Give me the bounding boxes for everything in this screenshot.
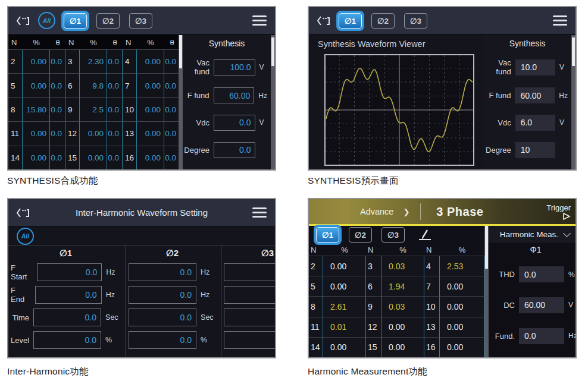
value-box[interactable]: 0.0 <box>129 263 196 281</box>
harmonic-value-cell[interactable]: 0.0 <box>50 49 65 73</box>
back-icon[interactable] <box>317 15 330 26</box>
trigger-play-icon <box>562 212 571 221</box>
harmonic-value-cell[interactable]: 0.0 <box>164 97 180 121</box>
interharmonic-row: Level0.0% <box>11 329 121 351</box>
value-box[interactable]: 0.0 <box>224 263 276 281</box>
field-value-box[interactable]: 0.0 <box>214 115 255 131</box>
harmonic-value-cell[interactable]: 0.0 <box>164 146 180 169</box>
harmonic-value-cell[interactable]: 0.00 <box>137 146 164 169</box>
phase-tab-1[interactable]: ∅1 <box>339 13 362 29</box>
harmonic-table-header: N%θN%θN%θ <box>8 35 179 49</box>
menu-icon[interactable] <box>252 207 267 218</box>
harmonic-value-cell[interactable]: 0.0 <box>50 121 65 145</box>
field-value-box[interactable]: 100.0 <box>214 59 255 75</box>
synthesis-header-bar: All ∅1∅2∅3 <box>8 7 275 35</box>
harmonic-value-cell[interactable]: 0.0 <box>107 73 123 97</box>
value-box[interactable]: 0.0 <box>33 331 101 349</box>
side-panel-title: Synthesis <box>183 39 271 52</box>
harmonic-value-cell: 0.01 <box>323 317 366 337</box>
harmonic-value-cell[interactable]: 0.0 <box>107 121 123 145</box>
phase-tab-2[interactable]: ∅2 <box>371 13 395 29</box>
field-unit: V <box>568 301 577 309</box>
harmonic-value-cell[interactable]: 0.00 <box>23 49 50 73</box>
field-value-box[interactable]: 60.00 <box>515 87 555 103</box>
caption-synthesis: SYNTHESIS合成功能 <box>7 175 98 187</box>
value-box[interactable]: 0.0 <box>129 309 196 326</box>
column-header: N <box>366 245 381 254</box>
unit-label: Hz <box>201 291 216 299</box>
harmonic-value-cell[interactable]: 0.0 <box>50 146 65 169</box>
page-title: Inter-Harmonic Waveform Setting <box>8 207 275 218</box>
phase-tab-2[interactable]: ∅2 <box>349 227 372 243</box>
phase-tab-3[interactable]: ∅3 <box>381 227 405 243</box>
trigger-button[interactable]: Trigger <box>546 203 571 221</box>
harmonic-value-cell[interactable]: 0.00 <box>137 121 164 145</box>
value-box[interactable]: 0.0 <box>224 309 276 326</box>
side-scrollbar[interactable] <box>571 35 576 169</box>
harmonic-value-cell[interactable]: 0.0 <box>50 73 65 97</box>
harmonic-value-cell[interactable]: 0.00 <box>23 73 50 97</box>
harmonic-value-cell[interactable]: 0.00 <box>23 146 50 169</box>
harmonic-value-cell[interactable]: 0.0 <box>107 146 123 169</box>
interharmonic-row: 0.0Sec <box>224 306 276 329</box>
value-box[interactable]: 0.0 <box>129 286 196 304</box>
preview-field-row: Degree10 <box>483 142 568 158</box>
harmonic-value-cell[interactable]: 0.0 <box>107 49 123 73</box>
measurement-type-dropdown[interactable]: Harmonic Meas. <box>489 226 576 243</box>
field-value-box[interactable]: 0.0 <box>519 266 564 282</box>
harmonic-table-grid: 20.000.032.300.040.000.050.000.069.80.07… <box>8 49 179 169</box>
phase-tab-3[interactable]: ∅3 <box>129 13 152 29</box>
field-value-box[interactable]: 10 <box>515 142 555 158</box>
all-phases-button[interactable]: All <box>17 228 34 245</box>
phase-tab-1[interactable]: ∅1 <box>316 227 339 243</box>
harmonic-value-cell[interactable]: 0.00 <box>137 97 164 121</box>
back-icon[interactable] <box>17 15 30 26</box>
harmonic-value-cell[interactable]: 9.8 <box>80 73 107 97</box>
field-label: THD <box>491 270 515 279</box>
waveform-viewer: Synthesis Waveform Viewer <box>309 35 483 169</box>
table-scrollbar[interactable] <box>484 226 489 357</box>
value-box[interactable]: 0.0 <box>129 331 196 349</box>
harmonic-value-cell[interactable]: 2.30 <box>80 49 107 73</box>
harmonic-value-cell[interactable]: 15.80 <box>23 97 50 121</box>
field-value-box[interactable]: 10.0 <box>515 59 555 75</box>
all-phases-button[interactable]: All <box>38 12 55 29</box>
menu-icon[interactable] <box>252 15 267 26</box>
side-scrollbar[interactable] <box>271 35 275 169</box>
breadcrumb-advance[interactable]: Advance <box>360 207 393 216</box>
harmonic-value-cell[interactable]: 0.0 <box>107 97 123 121</box>
value-box[interactable]: 0.0 <box>33 309 101 326</box>
harmonic-value-cell[interactable]: 0.0 <box>164 73 180 97</box>
harmonic-value-cell[interactable]: 0.0 <box>164 49 180 73</box>
harmonic-value-cell[interactable]: 0.0 <box>50 97 65 121</box>
column-header: N <box>424 245 440 254</box>
value-box[interactable]: 0.0 <box>37 263 102 281</box>
harmonic-value-cell[interactable]: 0.00 <box>80 121 107 145</box>
value-box[interactable]: 0.0 <box>224 331 276 349</box>
menu-icon[interactable] <box>553 15 567 26</box>
value-box[interactable]: 0.0 <box>224 286 276 304</box>
breadcrumb-chevron-icon: ❯ <box>403 207 409 216</box>
readout-field-row: DC60.00V <box>489 297 577 313</box>
table-scrollbar[interactable] <box>179 35 183 169</box>
phase-tab-2[interactable]: ∅2 <box>96 13 120 29</box>
harmonic-value-cell[interactable]: 2.5 <box>80 97 107 121</box>
caption-measurement: Harmonic Measurement功能 <box>308 366 427 378</box>
field-value-box[interactable]: 0.0 <box>214 142 255 158</box>
harmonic-value-cell[interactable]: 0.00 <box>23 121 50 145</box>
value-box[interactable]: 0.0 <box>35 286 102 304</box>
field-value-box[interactable]: 60.00 <box>519 297 564 313</box>
back-icon[interactable] <box>17 207 30 218</box>
unit-label: Hz <box>106 291 121 299</box>
field-value-box[interactable]: 6.0 <box>515 115 555 131</box>
field-value-box[interactable]: 0.0 <box>519 328 564 344</box>
harmonic-value-cell[interactable]: 0.00 <box>137 73 164 97</box>
harmonic-order-cell: 6 <box>366 276 381 296</box>
phase-tab-3[interactable]: ∅3 <box>404 13 427 29</box>
edit-pen-icon[interactable] <box>417 228 433 241</box>
harmonic-value-cell[interactable]: 0.00 <box>137 49 164 73</box>
phase-tab-1[interactable]: ∅1 <box>64 13 87 29</box>
field-value-box[interactable]: 60.00 <box>214 87 255 103</box>
harmonic-value-cell[interactable]: 0.00 <box>80 146 107 169</box>
harmonic-value-cell[interactable]: 0.0 <box>164 121 180 145</box>
